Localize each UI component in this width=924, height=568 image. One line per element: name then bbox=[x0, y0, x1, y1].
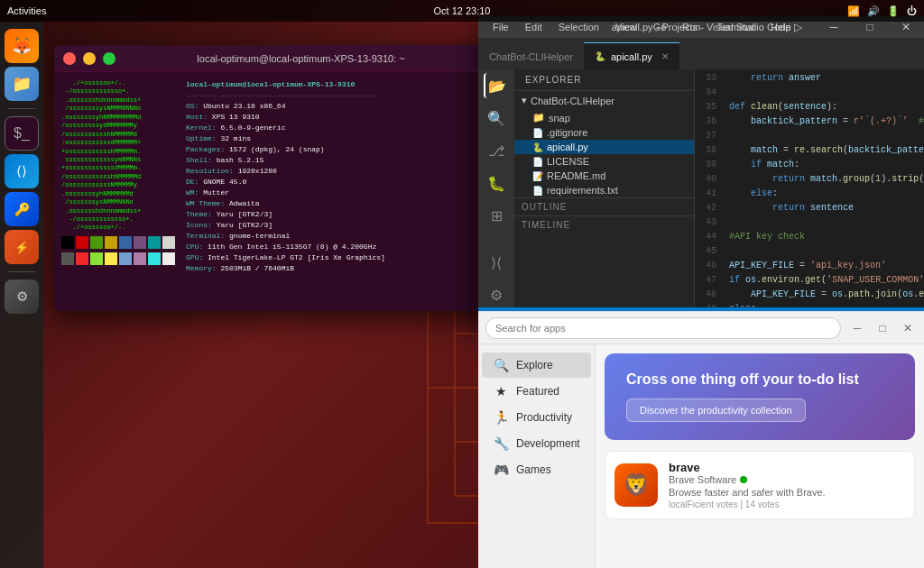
timeline-header: TIMELINE bbox=[522, 220, 687, 230]
brave-app-name: brave bbox=[669, 461, 905, 474]
taskbar-left: Activities bbox=[7, 5, 46, 16]
dock-separator bbox=[8, 108, 35, 109]
menu-run[interactable]: Run bbox=[675, 20, 707, 34]
nav-games-label: Games bbox=[516, 463, 551, 476]
tab-close-icon[interactable]: ✕ bbox=[661, 51, 669, 61]
menu-terminal[interactable]: Terminal bbox=[710, 20, 762, 34]
appstore-close-btn[interactable]: ✕ bbox=[899, 319, 917, 337]
battery-icon: 🔋 bbox=[887, 5, 900, 17]
nav-featured-label: Featured bbox=[516, 385, 559, 398]
file-readme[interactable]: 📝 README.md bbox=[514, 169, 694, 183]
apicall-tab-label: apicall.py bbox=[611, 51, 652, 62]
volume-icon: 🔊 bbox=[867, 5, 880, 17]
power-icon[interactable]: ⏻ bbox=[907, 5, 917, 16]
terminal-info: local-optimum@local-optimum-XPS-13-9310 … bbox=[186, 79, 498, 304]
file-snap[interactable]: 📁 snap bbox=[514, 110, 694, 125]
python-file-icon: 🐍 bbox=[532, 142, 543, 152]
project-folder[interactable]: ▾ ChatBot-CLIHelper bbox=[514, 91, 694, 110]
project-name: ChatBot-CLIHelper bbox=[531, 96, 614, 106]
vscode-tab-bar: ChatBot-CLIHelper 🐍 apicall.py ✕ bbox=[478, 38, 924, 69]
tab-chatbot[interactable]: ChatBot-CLIHelper bbox=[478, 42, 584, 69]
file-apicall[interactable]: 🐍 apicall.py bbox=[514, 140, 694, 154]
app-store-search-input[interactable] bbox=[485, 317, 841, 339]
nav-featured[interactable]: ★ Featured bbox=[482, 379, 591, 404]
star-icon: ★ bbox=[493, 384, 509, 399]
explorer-header: EXPLORER bbox=[514, 69, 694, 91]
file-gitignore[interactable]: 📄 .gitignore bbox=[514, 125, 694, 140]
nav-games[interactable]: 🎮 Games bbox=[482, 457, 591, 482]
network-icon: 📶 bbox=[847, 5, 860, 17]
file-requirements-label: requirements.txt bbox=[547, 185, 618, 196]
discover-button[interactable]: Discover the productivity collection bbox=[626, 399, 806, 422]
menu-go[interactable]: Go bbox=[646, 20, 674, 34]
activities-label[interactable]: Activities bbox=[7, 5, 46, 16]
menu-selection[interactable]: Selection bbox=[551, 20, 606, 34]
appstore-maximize-btn[interactable]: □ bbox=[873, 319, 892, 337]
activity-remote[interactable]: ⟩⟨ bbox=[484, 250, 509, 275]
markdown-icon: 📝 bbox=[532, 171, 543, 181]
app-store-window: ─ □ ✕ 🔍 Explore ★ Featured 🏃 Productivit… bbox=[478, 311, 924, 568]
nav-explore[interactable]: 🔍 Explore bbox=[482, 353, 591, 378]
outline-header: OUTLINE bbox=[522, 202, 687, 212]
dock-item-onepassword[interactable]: 🔑 bbox=[5, 192, 39, 226]
terminal-art: ./+ossssoo+/-. -/ossssssssssso+. .osssss… bbox=[61, 79, 179, 304]
file-icon-py: 🐍 bbox=[595, 51, 605, 61]
menu-file[interactable]: File bbox=[485, 20, 516, 34]
taskbar-clock: Oct 12 23:10 bbox=[434, 5, 491, 16]
activity-extensions[interactable]: ⊞ bbox=[484, 203, 509, 228]
activity-debug[interactable]: 🐛 bbox=[484, 170, 509, 196]
dock-item-settings[interactable]: ⚙ bbox=[5, 279, 39, 314]
chatbot-tab-label: ChatBot-CLIHelper bbox=[489, 51, 573, 62]
nav-explore-label: Explore bbox=[516, 359, 553, 371]
dock-item-vscode[interactable]: ⟨⟩ bbox=[5, 154, 39, 188]
file-icon: 📄 bbox=[532, 128, 543, 138]
menu-view[interactable]: View bbox=[608, 20, 644, 34]
tab-apicall[interactable]: 🐍 apicall.py ✕ bbox=[584, 42, 679, 69]
brave-app-card: 🦁 brave Brave Software Browse faster and… bbox=[605, 451, 915, 519]
activity-git[interactable]: ⎇ bbox=[484, 138, 509, 163]
dock-separator-2 bbox=[8, 271, 35, 272]
file-icon-2: 📄 bbox=[532, 157, 543, 167]
app-store-nav: 🔍 Explore ★ Featured 🏃 Productivity 🔧 De… bbox=[478, 344, 596, 568]
file-license[interactable]: 📄 LICENSE bbox=[514, 154, 694, 169]
terminal-minimize-btn[interactable] bbox=[83, 52, 96, 65]
dock-item-snap[interactable]: ⚡ bbox=[5, 230, 39, 264]
menu-edit[interactable]: Edit bbox=[518, 20, 550, 34]
explore-icon: 🔍 bbox=[493, 358, 509, 372]
app-store-content: Cross one thing off your to-do list Disc… bbox=[596, 344, 924, 568]
code-text[interactable]: return answer def clean(sentence): backt… bbox=[722, 69, 924, 307]
terminal-maximize-btn[interactable] bbox=[103, 52, 116, 65]
file-requirements[interactable]: 📄 requirements.txt bbox=[514, 183, 694, 197]
activity-search[interactable]: 🔍 bbox=[484, 105, 509, 131]
top-taskbar: Activities Oct 12 23:10 📶 🔊 🔋 ⏻ bbox=[0, 0, 924, 22]
appstore-minimize-btn[interactable]: ─ bbox=[848, 319, 866, 337]
activity-settings[interactable]: ⚙ bbox=[484, 282, 509, 307]
file-readme-label: README.md bbox=[547, 170, 605, 181]
terminal-close-btn[interactable] bbox=[63, 52, 76, 65]
vscode-code-editor[interactable]: 3334353637 3839404142 4344454647 4849505… bbox=[695, 69, 924, 307]
dock-item-terminal[interactable]: $_ bbox=[5, 116, 39, 151]
activity-explorer[interactable]: 📂 bbox=[484, 73, 509, 98]
nav-development[interactable]: 🔧 Development bbox=[482, 431, 591, 456]
app-store-body: 🔍 Explore ★ Featured 🏃 Productivity 🔧 De… bbox=[478, 344, 924, 568]
terminal-body[interactable]: ./+ossssoo+/-. -/ossssssssssso+. .osssss… bbox=[54, 72, 505, 311]
file-license-label: LICENSE bbox=[547, 156, 589, 167]
taskbar-right: 📶 🔊 🔋 ⏻ bbox=[847, 5, 917, 17]
vscode-window: apicall.py - Projects - Visual Studio Co… bbox=[478, 16, 924, 327]
dock-item-firefox[interactable]: 🦊 bbox=[5, 29, 39, 63]
brave-description: Browse faster and safer with Brave. bbox=[669, 487, 905, 498]
development-icon: 🔧 bbox=[493, 436, 509, 451]
txt-icon: 📄 bbox=[532, 186, 543, 196]
productivity-icon: 🏃 bbox=[493, 410, 509, 425]
games-icon: 🎮 bbox=[493, 463, 509, 477]
editor-content: 3334353637 3839404142 4344454647 4849505… bbox=[695, 69, 924, 307]
dock-item-files[interactable]: 📁 bbox=[5, 67, 39, 101]
brave-app-icon: 🦁 bbox=[614, 463, 658, 507]
vscode-activity-bar: 📂 🔍 ⎇ 🐛 ⊞ ⟩⟨ ⚙ bbox=[478, 69, 514, 307]
brave-dev-name: Brave Software bbox=[669, 474, 736, 485]
file-gitignore-label: .gitignore bbox=[547, 127, 587, 138]
brave-votes: localFicient votes | 14 votes bbox=[669, 499, 905, 509]
terminal-window: local-optimum@local-optimum-XPS-13-9310:… bbox=[54, 45, 505, 311]
nav-productivity[interactable]: 🏃 Productivity bbox=[482, 405, 591, 430]
vscode-file-explorer: EXPLORER ▾ ChatBot-CLIHelper 📁 snap 📄 .g… bbox=[514, 69, 695, 307]
